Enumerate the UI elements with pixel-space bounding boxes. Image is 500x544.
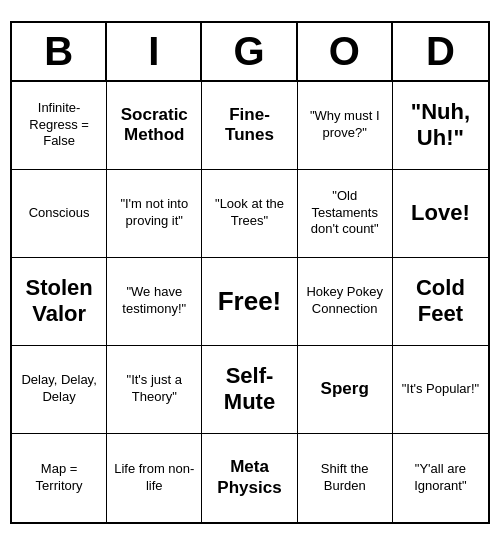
bingo-cell-text-8: "Old Testaments don't count" — [302, 188, 388, 239]
bingo-cell-16: "It's just a Theory" — [107, 346, 202, 434]
header-letter-O: O — [298, 23, 393, 80]
bingo-cell-text-23: Shift the Burden — [302, 461, 388, 495]
bingo-cell-text-1: Socratic Method — [111, 105, 197, 146]
bingo-cell-text-5: Conscious — [29, 205, 90, 222]
bingo-cell-text-18: Sperg — [321, 379, 369, 399]
bingo-header: BIGOD — [12, 23, 488, 82]
bingo-cell-text-3: "Why must I prove?" — [302, 108, 388, 142]
bingo-card: BIGOD Infinite-Regress = FalseSocratic M… — [10, 21, 490, 524]
bingo-cell-19: "It's Popular!" — [393, 346, 488, 434]
bingo-cell-15: Delay, Delay, Delay — [12, 346, 107, 434]
bingo-cell-24: "Y'all are Ignorant" — [393, 434, 488, 522]
bingo-cell-21: Life from non-life — [107, 434, 202, 522]
bingo-cell-18: Sperg — [298, 346, 393, 434]
bingo-cell-text-15: Delay, Delay, Delay — [16, 372, 102, 406]
bingo-cell-text-9: Love! — [411, 200, 470, 226]
bingo-cell-22: Meta Physics — [202, 434, 297, 522]
bingo-cell-text-0: Infinite-Regress = False — [16, 100, 102, 151]
bingo-cell-1: Socratic Method — [107, 82, 202, 170]
bingo-cell-text-12: Free! — [218, 286, 282, 317]
bingo-cell-0: Infinite-Regress = False — [12, 82, 107, 170]
bingo-cell-text-6: "I'm not into proving it" — [111, 196, 197, 230]
bingo-cell-7: "Look at the Trees" — [202, 170, 297, 258]
bingo-cell-3: "Why must I prove?" — [298, 82, 393, 170]
bingo-cell-14: Cold Feet — [393, 258, 488, 346]
bingo-cell-text-21: Life from non-life — [111, 461, 197, 495]
bingo-cell-text-14: Cold Feet — [397, 275, 484, 328]
bingo-grid: Infinite-Regress = FalseSocratic MethodF… — [12, 82, 488, 522]
bingo-cell-11: "We have testimony!" — [107, 258, 202, 346]
bingo-cell-text-16: "It's just a Theory" — [111, 372, 197, 406]
bingo-cell-20: Map = Territory — [12, 434, 107, 522]
bingo-cell-23: Shift the Burden — [298, 434, 393, 522]
bingo-cell-4: "Nuh, Uh!" — [393, 82, 488, 170]
bingo-cell-text-2: Fine-Tunes — [206, 105, 292, 146]
bingo-cell-9: Love! — [393, 170, 488, 258]
bingo-cell-8: "Old Testaments don't count" — [298, 170, 393, 258]
bingo-cell-text-19: "It's Popular!" — [402, 381, 479, 398]
bingo-cell-text-10: Stolen Valor — [16, 275, 102, 328]
bingo-cell-text-17: Self-Mute — [206, 363, 292, 416]
bingo-cell-10: Stolen Valor — [12, 258, 107, 346]
bingo-cell-text-11: "We have testimony!" — [111, 284, 197, 318]
bingo-cell-2: Fine-Tunes — [202, 82, 297, 170]
header-letter-G: G — [202, 23, 297, 80]
bingo-cell-text-7: "Look at the Trees" — [206, 196, 292, 230]
bingo-cell-text-20: Map = Territory — [16, 461, 102, 495]
header-letter-I: I — [107, 23, 202, 80]
bingo-cell-text-22: Meta Physics — [206, 457, 292, 498]
bingo-cell-6: "I'm not into proving it" — [107, 170, 202, 258]
bingo-cell-text-4: "Nuh, Uh!" — [397, 99, 484, 152]
bingo-cell-text-13: Hokey Pokey Connection — [302, 284, 388, 318]
header-letter-D: D — [393, 23, 488, 80]
header-letter-B: B — [12, 23, 107, 80]
bingo-cell-13: Hokey Pokey Connection — [298, 258, 393, 346]
bingo-cell-text-24: "Y'all are Ignorant" — [397, 461, 484, 495]
bingo-cell-12: Free! — [202, 258, 297, 346]
bingo-cell-17: Self-Mute — [202, 346, 297, 434]
bingo-cell-5: Conscious — [12, 170, 107, 258]
